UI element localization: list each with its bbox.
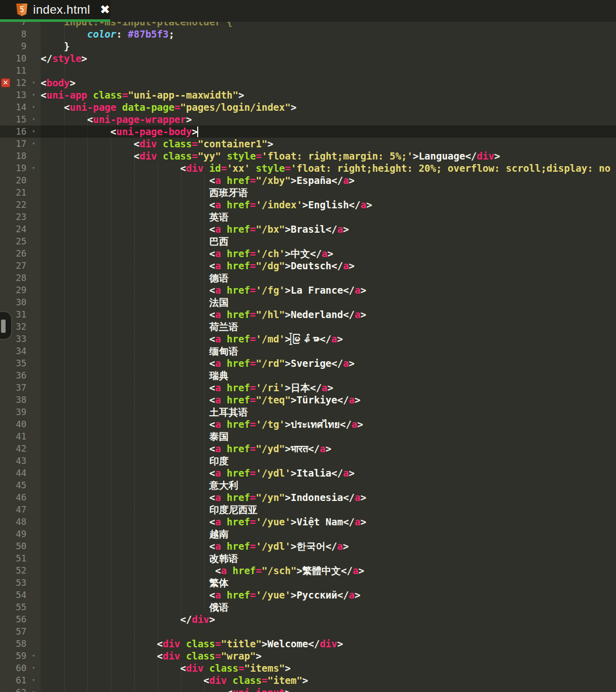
code-text[interactable]: 意大利	[41, 479, 616, 491]
token-pln: 瑞典	[209, 370, 229, 381]
code-text[interactable]: <body>	[41, 77, 616, 89]
token-tag: a	[355, 516, 360, 527]
token-pln	[221, 394, 227, 405]
tab-index-html[interactable]: 5 index.html ✖	[0, 0, 110, 22]
fold-arrow-icon[interactable]: ▾	[26, 650, 41, 662]
gutter-cell: 53	[0, 577, 41, 589]
code-text[interactable]: 瑞典	[41, 369, 616, 382]
fold-arrow-icon[interactable]: ▾	[26, 113, 41, 125]
code-text[interactable]: <a href="/bx">Brasil</a>	[41, 223, 616, 235]
code-text[interactable]	[41, 65, 616, 77]
code-text[interactable]: 英语	[41, 211, 616, 223]
code-text[interactable]: <a href='/ch'>中文</a>	[41, 247, 616, 260]
token-att: href	[233, 565, 256, 576]
code-text[interactable]: <a href="/yd">भारत</a>	[41, 443, 616, 455]
code-text[interactable]: <a href="/dg">Deutsch</a>	[41, 260, 616, 272]
code-text[interactable]: <div class="yy" style='float: right;marg…	[41, 150, 616, 162]
code-line: 58 <div class="title">Welcome</div>	[0, 638, 616, 650]
code-text[interactable]: 法国	[41, 296, 616, 308]
fold-arrow-icon[interactable]: ▾	[26, 77, 41, 89]
code-text[interactable]: 繁体	[41, 577, 616, 589]
token-tag: uni-page-wrapper	[93, 114, 186, 125]
token-att: href	[227, 333, 250, 344]
code-line: 36 瑞典	[0, 369, 616, 382]
left-edge-panel-handle[interactable]	[0, 311, 12, 340]
code-text[interactable]: <a href='/fg'>La France</a>	[41, 284, 616, 296]
code-text[interactable]: 巴西	[41, 235, 616, 247]
token-str: '/ri'	[256, 382, 285, 393]
token-pln	[221, 199, 227, 210]
fold-arrow-icon[interactable]: ▾	[26, 125, 41, 138]
code-text[interactable]: }	[41, 40, 616, 52]
token-pln: >	[327, 248, 333, 259]
code-text[interactable]: <div class="title">Welcome</div>	[41, 638, 616, 650]
code-text[interactable]: <a href='/yue'>Русский</a>	[41, 589, 616, 601]
code-line: 29 <a href='/fg'>La France</a>	[0, 284, 616, 296]
code-line: 45 意大利	[0, 479, 616, 491]
fold-arrow-icon[interactable]: ▾	[26, 89, 41, 101]
token-att: href	[227, 394, 250, 405]
code-text[interactable]: <uni-input>	[41, 686, 616, 692]
fold-spacer	[26, 625, 41, 638]
fold-spacer	[26, 235, 41, 247]
fold-arrow-icon[interactable]: ▾	[26, 101, 41, 113]
code-text[interactable]: 改韩语	[41, 552, 616, 564]
code-text[interactable]: <a href='/md'>မြန်မာ</a>	[41, 333, 616, 345]
close-icon[interactable]: ✖	[100, 4, 110, 16]
code-text[interactable]: 印度	[41, 455, 616, 467]
token-att: class	[233, 675, 262, 686]
code-text[interactable]: 俄语	[41, 601, 616, 613]
code-text[interactable]: <uni-app class="uni-app--maxwidth">	[41, 89, 616, 101]
gutter-cell: 9	[0, 40, 41, 52]
code-text[interactable]: <a href='/ydl'>한국어</a>	[41, 540, 616, 552]
fold-arrow-icon[interactable]: ▾	[26, 162, 41, 174]
fold-arrow-icon[interactable]: ▾	[26, 662, 41, 674]
code-text[interactable]: <a href="/rd">Sverige</a>	[41, 357, 616, 369]
code-text[interactable]: <uni-page-body>	[41, 125, 616, 138]
token-tag: a	[215, 285, 221, 296]
code-text[interactable]: <a href="/sch">繁體中文</a>	[41, 564, 616, 577]
code-text[interactable]: <div class="wrap">	[41, 650, 616, 662]
code-text[interactable]: 西班牙语	[41, 186, 616, 199]
code-text[interactable]: 荷兰语	[41, 321, 616, 333]
code-text[interactable]: 泰国	[41, 430, 616, 443]
code-text[interactable]: <a href='/ri'>日本</a>	[41, 382, 616, 394]
code-text[interactable]: 德语	[41, 272, 616, 284]
token-pln: >	[337, 638, 343, 649]
fold-arrow-icon[interactable]: ▾	[26, 674, 41, 686]
code-line: 26 <a href='/ch'>中文</a>	[0, 247, 616, 260]
code-text[interactable]: <a href='/ydl'>Italia</a>	[41, 467, 616, 479]
fold-spacer	[26, 504, 41, 516]
code-text[interactable]: <a href="/yn">Indonesia</a>	[41, 491, 616, 504]
code-text[interactable]: <a href="/teq">Türkiye</a>	[41, 394, 616, 406]
code-text[interactable]: <div id='xx' style='float: right;height:…	[41, 162, 616, 174]
code-text[interactable]: <a href='/tg'>ประเทศไทย</a>	[41, 418, 616, 430]
token-pln: 印度	[209, 455, 229, 466]
fold-arrow-icon[interactable]: ▾	[26, 686, 41, 692]
code-text[interactable]: color: #87b5f3;	[41, 28, 616, 40]
token-tag: a	[322, 382, 327, 393]
code-text[interactable]: <div class="container1">	[41, 138, 616, 150]
code-text[interactable]: 土耳其语	[41, 406, 616, 418]
line-number: 44	[0, 467, 26, 479]
token-att: class	[93, 89, 122, 101]
code-text[interactable]: <a href='/yue'>Việt Nam</a>	[41, 516, 616, 528]
code-text[interactable]: </div>	[41, 613, 616, 625]
code-text[interactable]: <div class="item">	[41, 674, 616, 686]
token-eq: =	[250, 467, 256, 479]
code-text[interactable]: <uni-page-wrapper>	[41, 113, 616, 125]
code-text[interactable]: 越南	[41, 528, 616, 540]
code-text[interactable]: <a href="/xby">España</a>	[41, 174, 616, 186]
code-text[interactable]: 缅甸语	[41, 345, 616, 357]
code-text[interactable]: <a href='/index'>English</a>	[41, 199, 616, 211]
code-text[interactable]: <div class="items">	[41, 662, 616, 674]
code-rows: 7 input:-ms-input-placeholder {8 color: …	[0, 16, 616, 692]
code-text[interactable]: <a href="/hl">Nederland</a>	[41, 308, 616, 321]
code-text[interactable]: 印度尼西亚	[41, 504, 616, 516]
token-tag: a	[215, 382, 221, 393]
code-text[interactable]: <uni-page data-page="pages/login/index">	[41, 101, 616, 113]
fold-arrow-icon[interactable]: ▾	[26, 138, 41, 150]
code-text[interactable]: </style>	[41, 52, 616, 65]
token-pln	[221, 419, 227, 430]
code-text[interactable]	[41, 625, 616, 638]
